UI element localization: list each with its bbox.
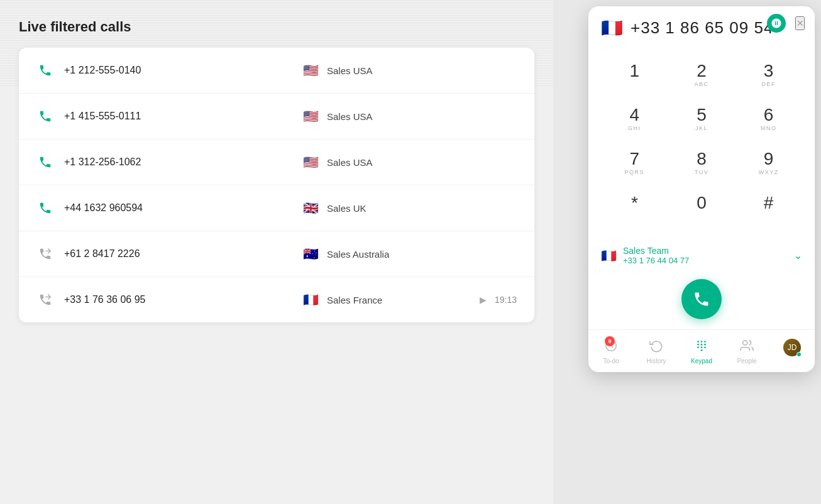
svg-point-10 [701,349,703,351]
caller-info: Sales Team +33 1 76 44 04 77 [623,246,788,265]
outbound-call-icon [36,291,54,309]
widget-nav: 9 To-do History [588,329,815,372]
close-button[interactable]: × [795,16,805,30]
dial-number: 5 [697,106,707,124]
dial-letters: WXYZ [759,169,779,177]
svg-point-9 [704,346,706,348]
team-name: Sales France [327,295,382,305]
call-duration: ▶ 19:13 [477,293,517,306]
call-team: 🇬🇧 Sales UK [300,201,366,215]
call-number: +61 2 8417 2226 [64,248,190,260]
dial-key-3[interactable]: 3 DEF [735,53,802,97]
nav-todo[interactable]: 9 To-do [588,335,634,368]
people-label: People [737,358,756,364]
dial-key-9[interactable]: 9 WXYZ [735,141,802,185]
calls-list: +1 212-555-0140 🇺🇸 Sales USA +1 415-555-… [19,48,534,322]
dialed-number: +33 1 86 65 09 54 [631,18,773,38]
svg-point-2 [701,341,703,342]
online-status-dot [796,352,802,357]
table-row: +1 212-555-0140 🇺🇸 Sales USA [19,48,534,94]
dial-number: 3 [764,62,774,80]
dial-letters: GHI [628,125,641,133]
history-label: History [646,358,666,364]
svg-point-11 [743,341,747,345]
call-team: 🇺🇸 Sales USA [300,63,373,77]
call-button-area [588,271,815,329]
team-name: Sales Australia [327,249,389,260]
dial-number: 9 [764,150,774,168]
dial-number: 4 [630,106,640,124]
dial-key-star[interactable]: * [601,185,668,229]
dial-key-1[interactable]: 1 [601,53,668,97]
dial-key-7[interactable]: 7 PQRS [601,141,668,185]
dial-key-5[interactable]: 5 JKL [668,97,736,141]
todo-label: To-do [603,358,619,364]
nav-avatar[interactable]: JD [769,335,815,368]
dial-letters: TUV [695,169,709,177]
gb-flag: 🇬🇧 [300,201,321,215]
nav-keypad[interactable]: Keypad [679,335,724,368]
keypad-icon [695,339,708,356]
inbound-call-icon [36,153,54,171]
dial-letters: DEF [761,81,776,89]
table-row: +1 415-555-0111 🇺🇸 Sales USA [19,94,534,140]
table-row: +1 312-256-1062 🇺🇸 Sales USA [19,140,534,185]
call-number: +1 415-555-0111 [64,111,190,122]
dial-number: 6 [764,106,774,124]
team-name: Sales UK [327,203,366,214]
call-team: 🇺🇸 Sales USA [300,155,373,169]
svg-point-1 [697,341,699,342]
call-number: +44 1632 960594 [64,202,190,214]
us-flag: 🇺🇸 [300,155,321,169]
caller-flag: 🇫🇷 [601,248,617,263]
table-row: +44 1632 960594 🇬🇧 Sales UK [19,185,534,231]
dial-number: # [764,194,774,212]
nav-people[interactable]: People [724,335,769,368]
play-icon[interactable]: ▶ [477,293,490,306]
call-number: +33 1 76 36 06 95 [64,294,190,305]
svg-point-8 [701,346,703,348]
todo-badge: 9 [605,336,615,346]
fr-flag: 🇫🇷 [300,293,321,307]
table-row: +33 1 76 36 06 95 🇫🇷 Sales France ▶ 19:1… [19,277,534,322]
team-name: Sales USA [327,111,373,122]
inbound-call-icon [36,107,54,125]
inbound-call-icon [36,62,54,79]
history-icon [649,339,663,356]
caller-number: +33 1 76 44 04 77 [623,256,788,265]
outbound-call-icon [36,245,54,263]
widget-header: × 🇫🇷 +33 1 86 65 09 54 [588,6,815,47]
caller-id-section[interactable]: 🇫🇷 Sales Team +33 1 76 44 04 77 ⌄ [588,239,815,271]
dial-key-hash[interactable]: # [735,185,802,229]
dial-key-4[interactable]: 4 GHI [601,97,668,141]
au-flag: 🇦🇺 [300,247,321,261]
svg-point-5 [701,344,703,346]
svg-point-7 [697,346,699,348]
phone-widget: × 🇫🇷 +33 1 86 65 09 54 1 2 ABC 3 DEF 4 G… [588,6,815,372]
caller-name: Sales Team [623,246,788,256]
svg-point-4 [697,344,699,346]
dial-number: 8 [697,150,707,168]
dial-number: 7 [630,150,640,168]
country-flag-display: 🇫🇷 [601,18,623,38]
dial-letters: MNO [761,125,777,133]
team-name: Sales USA [327,157,373,168]
svg-point-6 [704,344,706,346]
call-button[interactable] [681,279,722,319]
us-flag: 🇺🇸 [300,109,321,123]
call-number: +1 312-256-1062 [64,156,190,168]
dial-letters: PQRS [625,169,645,177]
us-flag: 🇺🇸 [300,63,321,77]
dial-key-6[interactable]: 6 MNO [735,97,802,141]
inbound-call-icon [36,199,54,217]
page-title: Live filtered calls [19,19,534,35]
dial-key-0[interactable]: 0 [668,185,736,229]
nav-history[interactable]: History [634,335,679,368]
dial-key-8[interactable]: 8 TUV [668,141,736,185]
chevron-down-icon[interactable]: ⌄ [794,249,802,261]
dial-key-2[interactable]: 2 ABC [668,53,736,97]
dial-number: 0 [697,194,707,212]
dialpad: 1 2 ABC 3 DEF 4 GHI 5 JKL 6 MNO [588,47,815,239]
call-team: 🇦🇺 Sales Australia [300,247,389,261]
dial-letters: ABC [694,81,708,89]
